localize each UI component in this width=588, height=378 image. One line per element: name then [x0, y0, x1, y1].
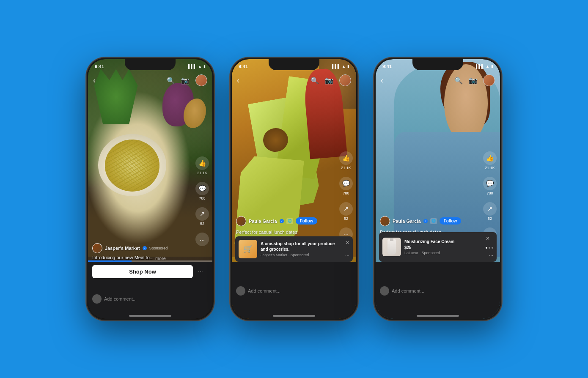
notch [412, 59, 463, 70]
user-avatar[interactable] [483, 74, 495, 86]
comment-area: Add comment... [92, 281, 208, 317]
status-icons: ▌▌▌ ▲ ▮ [332, 64, 349, 68]
ad-options-button[interactable]: ··· [345, 252, 349, 258]
phone-3: 9:41 ▌▌▌ ▲ ▮ ‹ 🔍 📷 [374, 58, 501, 320]
comment-input[interactable]: Add comment... [104, 296, 137, 301]
comment-button[interactable]: 💬 780 [339, 177, 353, 195]
verified-badge: ✓ [143, 246, 147, 250]
share-icon: ↗ [343, 205, 349, 213]
channel-name[interactable]: Paula Garcia [393, 219, 421, 224]
ad-close-button[interactable]: ✕ [345, 240, 349, 246]
channel-row: Paula Garcia ✓ 🌐 Follow [380, 216, 496, 226]
globe-icon: 🌐 [286, 218, 293, 224]
share-icon: ↗ [487, 205, 493, 213]
shop-now-button[interactable]: Shop Now [92, 265, 193, 278]
ad-options-button[interactable]: ··· [489, 252, 493, 258]
home-indicator [417, 315, 459, 317]
verified-badge: ✓ [423, 219, 428, 223]
commenter-avatar [380, 286, 389, 296]
phone-1: 9:41 ▌▌▌ ▲ ▮ ‹ 🔍 📷 [87, 58, 214, 320]
like-icon: 👍 [486, 154, 494, 162]
cream-thumbnail [382, 238, 401, 256]
like-button[interactable]: 👍 21.1K [483, 151, 497, 170]
ad-text: A one-stop shop for all your produce and… [261, 241, 342, 257]
channel-avatar[interactable] [92, 243, 102, 253]
status-icons: ▌▌▌ ▲ ▮ [188, 64, 206, 68]
dots-indicator [486, 247, 493, 249]
ad-thumbnail: 🛒 [239, 240, 257, 258]
ad-text: Moisturizing Face Cream $25 LaLueur · Sp… [404, 239, 482, 255]
nav-icons: 🔍 📷 [454, 74, 495, 86]
nav-icons: 🔍 📷 [167, 74, 207, 86]
camera-icon[interactable]: 📷 [325, 77, 333, 85]
status-time: 9:41 [95, 64, 104, 69]
ad-title: Moisturizing Face Cream [404, 239, 482, 244]
camera-icon[interactable]: 📷 [469, 77, 477, 85]
back-button[interactable]: ‹ [237, 76, 239, 85]
comment-input[interactable]: Add comment... [392, 288, 424, 293]
back-button[interactable]: ‹ [93, 76, 96, 85]
follow-button[interactable]: Follow [440, 217, 462, 225]
comment-area: Add comment... [236, 265, 352, 317]
comment-input[interactable]: Add comment... [248, 288, 280, 293]
status-time: 9:41 [382, 64, 392, 69]
commenter-avatar [92, 294, 102, 304]
follow-button[interactable]: Follow [296, 217, 318, 225]
comment-button[interactable]: 💬 780 [195, 182, 209, 200]
comment-count: 780 [486, 191, 493, 195]
comment-area: Add comment... [380, 265, 496, 317]
like-icon: 👍 [342, 154, 350, 162]
like-icon: 👍 [198, 159, 206, 167]
cream-ad-card[interactable]: Moisturizing Face Cream $25 LaLueur · Sp… [379, 232, 497, 262]
channel-avatar[interactable] [380, 216, 390, 226]
home-indicator [129, 315, 171, 317]
caption-text: Introducing our new Meal to... [92, 255, 154, 260]
like-count: 21.1K [197, 171, 207, 175]
progress-fill [88, 260, 132, 262]
channel-row: Paula Garcia ✓ 🌐 Follow [236, 216, 352, 226]
search-icon[interactable]: 🔍 [310, 77, 319, 85]
channel-name[interactable]: Jasper's Market [105, 246, 140, 251]
home-indicator [273, 315, 315, 317]
status-time: 9:41 [239, 64, 248, 69]
search-icon[interactable]: 🔍 [167, 77, 175, 85]
options-dots[interactable]: ··· [198, 268, 203, 275]
pasta-bowl [98, 134, 167, 203]
search-icon[interactable]: 🔍 [454, 77, 463, 85]
channel-name[interactable]: Paula Garcia [249, 219, 277, 224]
share-count: 52 [200, 222, 204, 226]
bottom-panel: Shop Now ··· Add comment... [88, 262, 212, 319]
user-avatar[interactable] [195, 74, 207, 86]
bottom-panel: Add comment... [376, 262, 500, 319]
channel-avatar[interactable] [236, 216, 246, 226]
phone-2: 9:41 ▌▌▌ ▲ ▮ ‹ 🔍 📷 [231, 58, 357, 320]
channel-row: Jasper's Market ✓ Sponsored [92, 243, 208, 253]
battery-icon: ▮ [491, 64, 493, 68]
commenter-avatar [236, 286, 245, 296]
wifi-icon: ▲ [342, 64, 346, 68]
ad-card[interactable]: 🛒 A one-stop shop for all your produce a… [235, 236, 353, 262]
like-button[interactable]: 👍 21.1K [339, 151, 353, 170]
share-button[interactable]: ↗ 52 [195, 207, 209, 226]
like-button[interactable]: 👍 21.1K [195, 156, 209, 175]
progress-bar[interactable] [88, 260, 212, 262]
signal-icon: ▌▌▌ [332, 64, 340, 68]
battery-icon: ▮ [347, 64, 349, 68]
comment-count: 780 [343, 191, 349, 195]
comment-button[interactable]: 💬 780 [483, 177, 497, 195]
status-icons: ▌▌▌ ▲ ▮ [476, 64, 493, 68]
ad-subtitle: Jasper's Market · Sponsored [261, 253, 342, 257]
camera-icon[interactable]: 📷 [181, 77, 190, 85]
action-sidebar: 👍 21.1K 💬 780 ↗ [195, 156, 209, 246]
nav-bar: ‹ 🔍 📷 [88, 72, 212, 89]
comment-icon: 💬 [198, 185, 206, 192]
notch [125, 59, 176, 70]
bottom-panel: Add comment... [232, 262, 356, 319]
pasta [105, 140, 159, 191]
caption-text: Perfect for casual lunch dates [236, 230, 297, 235]
back-button[interactable]: ‹ [381, 76, 383, 85]
sponsored-label: Sponsored [149, 246, 168, 250]
ad-close-button[interactable]: ✕ [486, 236, 490, 241]
signal-icon: ▌▌▌ [188, 64, 196, 68]
user-avatar[interactable] [339, 74, 351, 86]
